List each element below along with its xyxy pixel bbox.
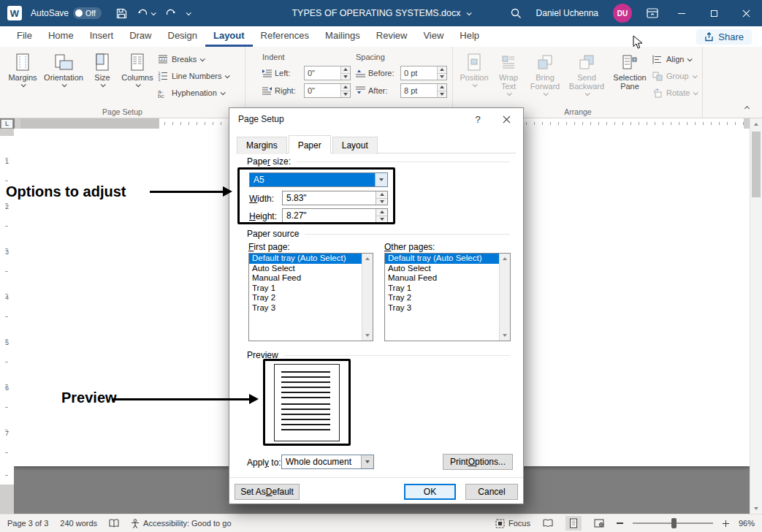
indent-left-input[interactable]: 0" [304,66,351,80]
read-mode-button[interactable] [540,516,556,531]
minimize-button[interactable] [666,0,698,26]
list-option[interactable]: Auto Select [385,264,499,274]
dialog-title-bar[interactable]: Page Setup ? [229,108,523,130]
save-icon[interactable] [116,8,127,19]
height-input[interactable]: 8.27" [282,208,388,223]
page-indicator[interactable]: Page 3 of 3 [7,519,48,528]
combo-arrow-icon[interactable] [375,173,387,186]
tab-stop-selector[interactable]: L [1,119,13,129]
list-option[interactable]: Default tray (Auto Select) [385,254,499,264]
columns-button[interactable]: Columns [118,50,156,89]
proofing-button[interactable] [109,519,119,528]
listbox-scrollbar[interactable] [499,254,510,341]
zoom-slider-thumb[interactable] [671,518,677,528]
scrollbar-thumb[interactable] [752,132,761,197]
bring-forward-button[interactable]: Bring Forward [525,50,565,98]
ribbon-tab-home[interactable]: Home [40,26,82,47]
spinner-up-icon[interactable] [341,66,350,74]
zoom-in-button[interactable] [723,520,729,527]
dialog-help-button[interactable]: ? [465,114,490,125]
spinner-up-icon[interactable] [341,84,350,91]
list-option[interactable]: Tray 1 [249,284,362,294]
ribbon-tab-layout[interactable]: Layout [205,26,253,47]
spinner-down-icon[interactable] [376,216,387,223]
ribbon-tab-insert[interactable]: Insert [82,26,122,47]
indent-right-input[interactable]: 0" [304,83,351,98]
list-option[interactable]: Manual Feed [249,273,362,284]
focus-button[interactable]: Focus [495,519,530,528]
spinner-up-icon[interactable] [376,209,387,216]
listbox-scrollbar[interactable] [362,254,373,341]
ribbon-tab-mailings[interactable]: Mailings [317,26,368,47]
wrap-text-button[interactable]: Wrap Text [492,50,525,98]
zoom-level[interactable]: 96% [739,519,755,528]
hyphenation-button[interactable]: a-bc Hyphenation [158,86,229,99]
maximize-button[interactable] [698,0,730,26]
scroll-down-icon[interactable] [500,330,510,341]
autosave-control[interactable]: AutoSave Off [31,7,102,19]
share-button[interactable]: Share [696,29,752,45]
spacing-before-input[interactable]: 0 pt [400,66,447,80]
orientation-button[interactable]: Orientation [41,50,86,89]
list-option[interactable]: Tray 3 [385,303,499,314]
align-button[interactable]: Align [652,53,697,66]
search-button[interactable] [503,0,529,26]
zoom-out-button[interactable] [617,522,623,524]
dialog-tab-paper[interactable]: Paper [289,135,331,153]
spinner-down-icon[interactable] [341,91,350,98]
scroll-down-icon[interactable] [362,330,373,341]
spinner-down-icon[interactable] [438,91,446,98]
user-avatar[interactable]: DU [606,0,639,26]
line-numbers-button[interactable]: 123 Line Numbers [158,69,229,83]
first-page-listbox[interactable]: Default tray (Auto Select) Auto Select M… [248,253,373,341]
spinner-down-icon[interactable] [341,74,350,80]
cancel-button[interactable]: Cancel [465,484,518,500]
spacing-after-input[interactable]: 8 pt [400,83,447,98]
spinner-up-icon[interactable] [376,191,387,199]
set-as-default-button[interactable]: Set As Default [235,484,300,500]
apply-to-dropdown[interactable]: Whole document [281,455,374,469]
redo-button[interactable] [165,8,176,18]
size-button[interactable]: Size [86,50,118,89]
scroll-up-icon[interactable] [362,254,373,264]
ribbon-tab-review[interactable]: Review [368,26,416,47]
web-layout-button[interactable] [591,516,607,531]
list-option[interactable]: Tray 1 [385,284,499,294]
print-layout-button[interactable] [565,516,582,531]
rotate-button[interactable]: Rotate [652,86,697,99]
spinner-down-icon[interactable] [376,199,387,205]
list-option[interactable]: Default tray (Auto Select) [249,254,362,264]
spinner-down-icon[interactable] [438,74,446,80]
spinner-up-icon[interactable] [438,66,446,74]
ribbon-tab-file[interactable]: File [9,26,40,47]
word-count[interactable]: 240 words [60,519,97,528]
ok-button[interactable]: OK [404,484,456,500]
list-option[interactable]: Auto Select [249,264,362,274]
combo-arrow-icon[interactable] [361,455,373,468]
margins-button[interactable]: Margins [4,50,41,89]
scroll-up-icon[interactable] [750,118,762,129]
selection-pane-button[interactable]: Selection Pane [609,50,651,93]
autosave-toggle[interactable]: Off [73,7,102,19]
print-options-button[interactable]: Print Options... [443,454,513,470]
list-option[interactable]: Tray 2 [385,293,499,303]
list-option[interactable]: Tray 2 [249,293,362,303]
scroll-up-icon[interactable] [500,254,510,264]
ribbon-tab-help[interactable]: Help [452,26,487,47]
zoom-slider[interactable] [633,522,713,524]
ribbon-tab-draw[interactable]: Draw [121,26,159,47]
vertical-scrollbar[interactable] [750,118,762,514]
other-pages-listbox[interactable]: Default tray (Auto Select) Auto Select M… [384,253,511,341]
dialog-close-button[interactable] [490,108,523,130]
dialog-tab-margins[interactable]: Margins [237,137,287,154]
collapse-ribbon-button[interactable] [740,103,753,113]
ribbon-tab-design[interactable]: Design [160,26,205,47]
paper-size-dropdown[interactable]: A5 [249,172,388,187]
list-option[interactable]: Manual Feed [385,273,499,284]
close-button[interactable] [730,0,762,26]
send-backward-button[interactable]: Send Backward [565,50,609,98]
accessibility-status[interactable]: Accessibility: Good to go [131,519,231,528]
scroll-down-icon[interactable] [750,503,762,514]
undo-button[interactable] [137,8,155,18]
list-option[interactable]: Tray 3 [249,303,362,314]
